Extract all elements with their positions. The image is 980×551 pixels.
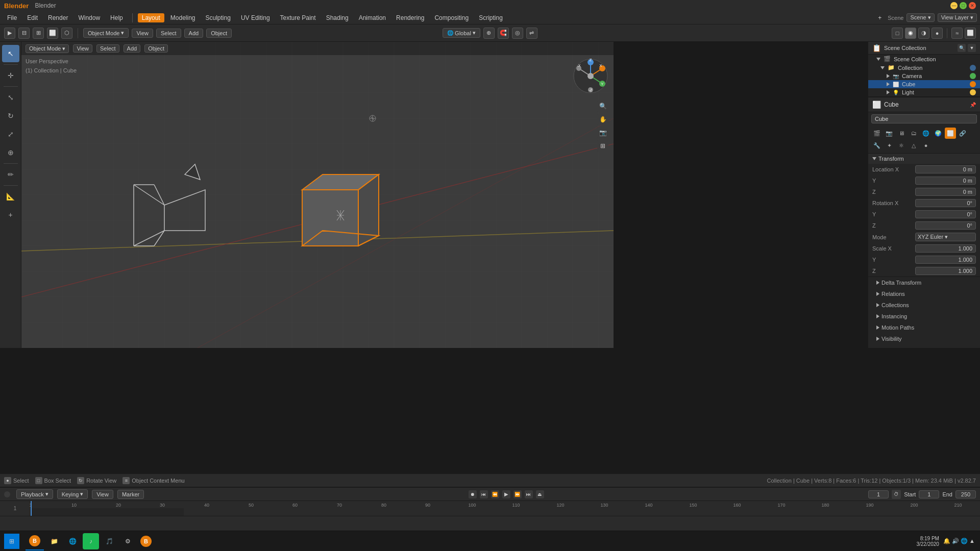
motion-paths-header[interactable]: Motion Paths bbox=[868, 323, 980, 332]
vp-select-menu[interactable]: Select bbox=[96, 44, 119, 53]
layer-selector[interactable]: View Layer ▾ bbox=[938, 13, 977, 22]
object-mode-dropdown[interactable]: Object Mode ▾ bbox=[83, 28, 129, 38]
viewport-3d[interactable]: Object Mode ▾ View Select Add Object Use… bbox=[21, 42, 614, 348]
add-menu[interactable]: Add bbox=[184, 29, 204, 38]
prop-tab-world[interactable]: 🌍 bbox=[933, 128, 944, 139]
current-frame-input[interactable]: 1 bbox=[868, 490, 889, 498]
outliner-cube[interactable]: ⬜ Cube bbox=[868, 80, 980, 88]
visibility-header[interactable]: Visibility bbox=[868, 334, 980, 343]
workspace-compositing[interactable]: Compositing bbox=[430, 13, 473, 22]
delta-transform-header[interactable]: Delta Transform bbox=[868, 278, 980, 287]
maximize-button[interactable]: □ bbox=[960, 2, 967, 9]
tool-add[interactable]: + bbox=[2, 206, 19, 223]
collections-header[interactable]: Collections bbox=[868, 300, 980, 310]
workspace-scripting[interactable]: Scripting bbox=[475, 13, 507, 22]
taskbar-spotify[interactable]: ♪ bbox=[83, 533, 99, 549]
vp-mode-dropdown[interactable]: Object Mode ▾ bbox=[26, 44, 69, 53]
viewport-display-header[interactable]: Viewport Display bbox=[868, 345, 980, 348]
menu-window[interactable]: Window bbox=[74, 13, 104, 22]
taskbar-app1[interactable]: 🎵 bbox=[101, 533, 117, 549]
prop-rotation-y[interactable]: 0° bbox=[915, 210, 976, 218]
grid-view-button[interactable]: ⊞ bbox=[597, 140, 608, 152]
playback-menu[interactable]: Playback ▾ bbox=[16, 489, 53, 499]
tool-select[interactable]: ↖ bbox=[2, 45, 19, 62]
zoom-fit-button[interactable]: ✋ bbox=[597, 114, 608, 125]
tool-annotate[interactable]: ✏ bbox=[2, 166, 19, 183]
prop-scale-z[interactable]: 1.000 bbox=[915, 267, 976, 275]
object-menu[interactable]: Object bbox=[206, 29, 232, 38]
taskbar-chrome[interactable]: 🌐 bbox=[64, 533, 81, 549]
tool-scale[interactable]: ⤢ bbox=[2, 126, 19, 143]
taskbar-app2[interactable]: ⚙ bbox=[119, 533, 136, 549]
toolbar-icon-3[interactable]: ⊞ bbox=[33, 28, 44, 39]
prop-location-z[interactable]: 0 m bbox=[915, 188, 976, 196]
prop-tab-render[interactable]: 📷 bbox=[884, 128, 895, 139]
close-button[interactable]: ✕ bbox=[969, 2, 976, 9]
play-reverse[interactable]: ⏏ bbox=[536, 490, 544, 498]
outliner-camera[interactable]: 📷 Camera bbox=[868, 72, 980, 80]
timeline-view-menu[interactable]: View bbox=[92, 490, 113, 499]
transform-space[interactable]: 🌐 Global ▾ bbox=[443, 28, 480, 38]
start-frame-input[interactable]: 1 bbox=[919, 490, 939, 498]
prop-tab-scene[interactable]: 🎬 bbox=[871, 128, 883, 139]
navigation-gizmo[interactable]: X -X Y Z -Z bbox=[573, 58, 608, 94]
workspace-sculpting[interactable]: Sculpting bbox=[202, 13, 235, 22]
workspace-uv-editing[interactable]: UV Editing bbox=[237, 13, 274, 22]
menu-help[interactable]: Help bbox=[106, 13, 127, 22]
scene-selector[interactable]: Scene ▾ bbox=[906, 13, 934, 22]
vp-object-menu[interactable]: Object bbox=[144, 44, 168, 53]
camera-view-button[interactable]: 📷 bbox=[597, 127, 608, 138]
view-menu[interactable]: View bbox=[132, 29, 153, 38]
prop-tab-particles[interactable]: ✦ bbox=[884, 140, 895, 151]
viewport-shading-solid[interactable]: ◉ bbox=[905, 28, 916, 39]
tool-measure[interactable]: 📐 bbox=[2, 188, 19, 205]
jump-start[interactable]: ⏮ bbox=[480, 490, 488, 498]
overlay-toggle[interactable]: ≈ bbox=[951, 28, 963, 39]
transform-header[interactable]: Transform bbox=[868, 154, 980, 164]
toolbar-icon-1[interactable]: ▶ bbox=[4, 28, 15, 39]
xray-toggle[interactable]: ⬜ bbox=[965, 28, 976, 39]
prop-tab-material[interactable]: ● bbox=[920, 140, 932, 151]
viewport-shading-wire[interactable]: □ bbox=[892, 28, 903, 39]
next-frame[interactable]: ⏩ bbox=[513, 490, 522, 498]
prop-rotation-x[interactable]: 0° bbox=[915, 199, 976, 207]
taskbar-blender[interactable]: B bbox=[26, 532, 44, 550]
prop-scale-x[interactable]: 1.000 bbox=[915, 244, 976, 253]
menu-file[interactable]: File bbox=[3, 13, 21, 22]
zoom-in-button[interactable]: 🔍 bbox=[597, 101, 608, 112]
select-menu[interactable]: Select bbox=[156, 29, 181, 38]
prop-pin-button[interactable]: 📌 bbox=[970, 102, 976, 108]
taskbar-blender2[interactable]: B bbox=[138, 533, 154, 549]
relations-header[interactable]: Relations bbox=[868, 289, 980, 298]
prop-rotation-z[interactable]: 0° bbox=[915, 221, 976, 230]
workspace-texture-paint[interactable]: Texture Paint bbox=[276, 13, 320, 22]
vp-view-menu[interactable]: View bbox=[73, 44, 92, 53]
workspace-animation[interactable]: Animation bbox=[355, 13, 390, 22]
marker-menu[interactable]: Marker bbox=[117, 490, 144, 499]
prop-tab-output[interactable]: 🖥 bbox=[896, 128, 907, 139]
tool-rotate[interactable]: ↻ bbox=[2, 107, 19, 124]
toolbar-icon-5[interactable]: ⬡ bbox=[61, 28, 72, 39]
prop-tab-physics[interactable]: ⚛ bbox=[896, 140, 907, 151]
transform-tools[interactable]: ⇌ bbox=[526, 28, 537, 39]
end-frame-input[interactable]: 250 bbox=[955, 490, 976, 498]
viewport-shading-render[interactable]: ● bbox=[932, 28, 943, 39]
tool-move[interactable]: ⤡ bbox=[2, 89, 19, 106]
workspace-rendering[interactable]: Rendering bbox=[392, 13, 428, 22]
prev-frame[interactable]: ⏪ bbox=[491, 490, 499, 498]
toolbar-icon-2[interactable]: ⊟ bbox=[18, 28, 30, 39]
proportional-edit[interactable]: ◎ bbox=[512, 28, 523, 39]
viewport-shading-material[interactable]: ◑ bbox=[918, 28, 929, 39]
outliner-scene-collection[interactable]: 🎬 Scene Collection bbox=[868, 55, 980, 63]
tool-cursor[interactable]: ✛ bbox=[2, 67, 19, 84]
prop-scale-y[interactable]: 1.000 bbox=[915, 256, 976, 264]
menu-edit[interactable]: Edit bbox=[23, 13, 42, 22]
prop-tab-view-layer[interactable]: 🗂 bbox=[908, 128, 919, 139]
outliner-collection[interactable]: 📁 Collection bbox=[868, 63, 980, 72]
menu-render[interactable]: Render bbox=[44, 13, 72, 22]
tool-transform[interactable]: ⊕ bbox=[2, 144, 19, 161]
vp-add-menu[interactable]: Add bbox=[124, 44, 141, 53]
playback-record[interactable]: ⏺ bbox=[469, 490, 477, 498]
outliner-search[interactable]: 🔍 bbox=[958, 44, 966, 52]
workspace-shading[interactable]: Shading bbox=[322, 13, 353, 22]
